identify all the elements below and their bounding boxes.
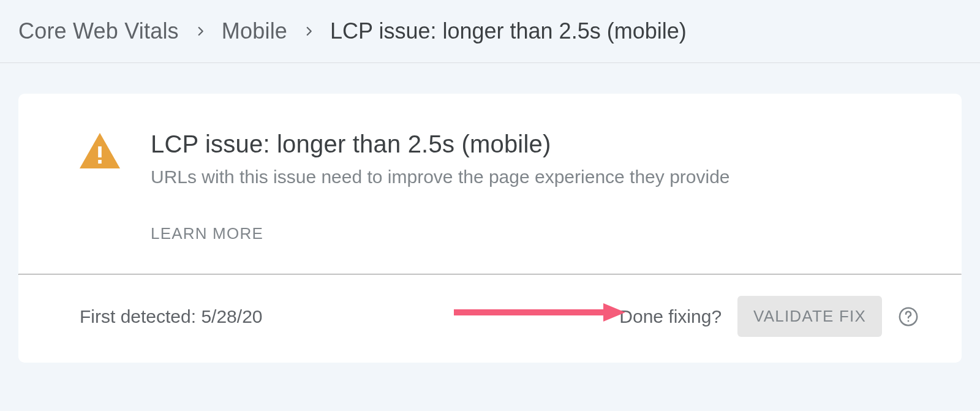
- issue-card-footer: First detected: 5/28/20 Done fixing? VAL…: [18, 275, 962, 363]
- issue-text-block: LCP issue: longer than 2.5s (mobile) URL…: [151, 130, 730, 243]
- validate-fix-button[interactable]: VALIDATE FIX: [737, 296, 882, 337]
- breadcrumb-link-core-web-vitals[interactable]: Core Web Vitals: [18, 18, 179, 44]
- svg-rect-1: [98, 146, 102, 157]
- help-circle-icon[interactable]: [898, 306, 919, 327]
- first-detected-label: First detected: 5/28/20: [80, 306, 263, 327]
- breadcrumb-link-mobile[interactable]: Mobile: [222, 18, 287, 44]
- issue-card-header: LCP issue: longer than 2.5s (mobile) URL…: [18, 94, 962, 274]
- learn-more-link[interactable]: LEARN MORE: [151, 224, 263, 243]
- issue-subtitle: URLs with this issue need to improve the…: [151, 167, 730, 187]
- breadcrumb: Core Web Vitals Mobile LCP issue: longer…: [0, 0, 980, 63]
- svg-point-6: [908, 320, 910, 322]
- annotation-arrow-icon: [454, 303, 625, 322]
- footer-actions: Done fixing? VALIDATE FIX: [619, 296, 919, 337]
- breadcrumb-current: LCP issue: longer than 2.5s (mobile): [330, 18, 687, 44]
- chevron-right-icon: [195, 23, 206, 40]
- svg-rect-2: [98, 160, 102, 164]
- issue-title: LCP issue: longer than 2.5s (mobile): [151, 130, 730, 158]
- warning-triangle-icon: [80, 133, 120, 168]
- chevron-right-icon: [303, 23, 314, 40]
- issue-card: LCP issue: longer than 2.5s (mobile) URL…: [18, 94, 962, 363]
- done-fixing-label: Done fixing?: [619, 306, 722, 327]
